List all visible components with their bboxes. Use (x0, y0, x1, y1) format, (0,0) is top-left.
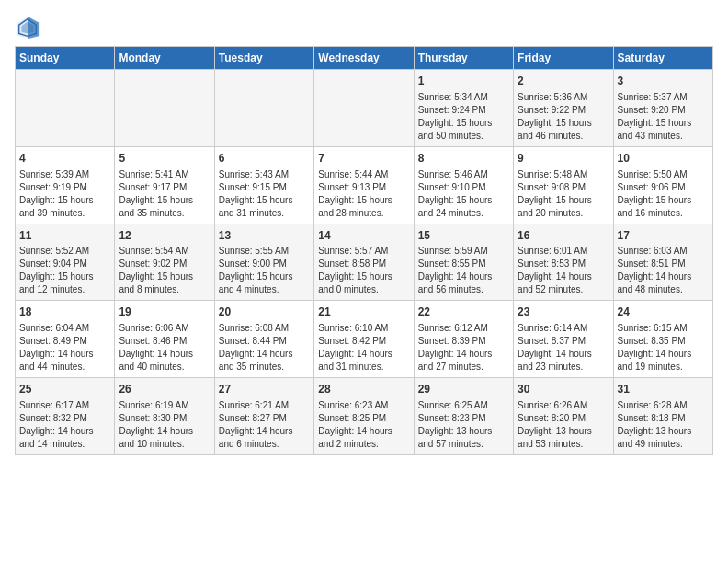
day-info: Sunrise: 5:46 AM (418, 168, 509, 181)
day-header-monday: Monday (115, 47, 214, 70)
day-info: Sunset: 8:37 PM (518, 335, 609, 348)
day-cell: 28Sunrise: 6:23 AMSunset: 8:25 PMDayligh… (314, 378, 414, 455)
day-info: Sunset: 9:15 PM (219, 181, 310, 194)
day-info: Daylight: 15 hours and 50 minutes. (418, 117, 509, 143)
day-info: Daylight: 14 hours and 44 minutes. (19, 348, 110, 373)
day-info: Daylight: 14 hours and 27 minutes. (418, 348, 509, 373)
day-info: Sunset: 8:53 PM (518, 258, 609, 270)
day-info: Sunrise: 6:03 AM (618, 245, 709, 258)
day-info: Sunset: 8:42 PM (318, 335, 409, 348)
day-info: Sunrise: 6:23 AM (318, 399, 409, 412)
day-info: Daylight: 14 hours and 6 minutes. (219, 425, 310, 451)
day-info: Daylight: 14 hours and 35 minutes. (219, 348, 310, 373)
day-info: Daylight: 13 hours and 57 minutes. (418, 425, 509, 451)
day-info: Sunrise: 6:15 AM (618, 322, 709, 335)
day-info: Sunrise: 6:08 AM (219, 322, 310, 335)
day-info: Sunset: 8:30 PM (119, 412, 210, 425)
day-header-saturday: Saturday (613, 47, 712, 70)
day-cell: 9Sunrise: 5:48 AMSunset: 9:08 PMDaylight… (514, 146, 613, 224)
day-info: Sunrise: 5:48 AM (518, 168, 609, 181)
day-cell: 20Sunrise: 6:08 AMSunset: 8:44 PMDayligh… (214, 301, 313, 378)
day-cell: 23Sunrise: 6:14 AMSunset: 8:37 PMDayligh… (514, 301, 613, 378)
week-row-3: 11Sunrise: 5:52 AMSunset: 9:04 PMDayligh… (16, 224, 713, 301)
day-number: 15 (418, 228, 509, 244)
day-cell: 24Sunrise: 6:15 AMSunset: 8:35 PMDayligh… (613, 301, 712, 378)
day-number: 27 (219, 382, 310, 397)
day-info: Sunrise: 6:04 AM (19, 322, 110, 335)
day-number: 6 (219, 151, 310, 167)
day-info: Sunrise: 5:50 AM (618, 168, 709, 181)
day-info: Sunrise: 5:59 AM (418, 245, 509, 258)
day-info: Sunrise: 6:19 AM (119, 399, 210, 412)
day-cell (115, 70, 214, 147)
day-cell: 18Sunrise: 6:04 AMSunset: 8:49 PMDayligh… (16, 301, 115, 378)
day-cell: 21Sunrise: 6:10 AMSunset: 8:42 PMDayligh… (314, 301, 414, 378)
day-info: Sunset: 8:32 PM (19, 412, 110, 425)
day-number: 20 (219, 304, 310, 320)
day-cell: 15Sunrise: 5:59 AMSunset: 8:55 PMDayligh… (414, 224, 513, 301)
day-number: 30 (518, 382, 609, 397)
day-header-thursday: Thursday (414, 47, 513, 70)
day-info: Sunrise: 6:25 AM (418, 399, 509, 412)
day-cell: 5Sunrise: 5:41 AMSunset: 9:17 PMDaylight… (115, 146, 214, 224)
day-number: 24 (618, 304, 709, 320)
day-info: Sunset: 9:24 PM (418, 104, 509, 117)
day-cell: 3Sunrise: 5:37 AMSunset: 9:20 PMDaylight… (613, 70, 712, 147)
day-number: 28 (318, 382, 409, 397)
day-header-tuesday: Tuesday (214, 47, 313, 70)
day-number: 23 (518, 304, 609, 320)
day-cell: 30Sunrise: 6:26 AMSunset: 8:20 PMDayligh… (514, 378, 613, 455)
day-info: Daylight: 14 hours and 48 minutes. (618, 270, 709, 296)
day-cell: 11Sunrise: 5:52 AMSunset: 9:04 PMDayligh… (16, 224, 115, 301)
day-info: Sunset: 8:23 PM (418, 412, 509, 425)
logo (15, 15, 44, 40)
day-info: Daylight: 15 hours and 20 minutes. (518, 194, 609, 220)
day-number: 8 (418, 151, 509, 167)
day-info: Sunrise: 5:43 AM (219, 168, 310, 181)
day-info: Sunset: 8:44 PM (219, 335, 310, 348)
day-cell: 29Sunrise: 6:25 AMSunset: 8:23 PMDayligh… (414, 378, 513, 455)
day-info: Sunrise: 5:37 AM (618, 91, 709, 104)
day-info: Sunset: 8:35 PM (618, 335, 709, 348)
day-header-sunday: Sunday (16, 47, 115, 70)
day-info: Daylight: 15 hours and 4 minutes. (219, 270, 310, 296)
day-info: Daylight: 14 hours and 2 minutes. (318, 425, 409, 451)
day-number: 11 (19, 228, 110, 244)
day-info: Sunset: 9:22 PM (518, 104, 609, 117)
day-cell: 31Sunrise: 6:28 AMSunset: 8:18 PMDayligh… (613, 378, 712, 455)
day-info: Sunrise: 6:01 AM (518, 245, 609, 258)
day-cell: 7Sunrise: 5:44 AMSunset: 9:13 PMDaylight… (314, 146, 414, 224)
day-number: 2 (518, 74, 609, 89)
day-info: Daylight: 15 hours and 35 minutes. (119, 194, 210, 220)
calendar-table: SundayMondayTuesdayWednesdayThursdayFrid… (15, 46, 713, 455)
day-number: 19 (119, 304, 210, 320)
day-info: Sunrise: 6:28 AM (618, 399, 709, 412)
day-number: 13 (219, 228, 310, 244)
day-number: 22 (418, 304, 509, 320)
day-info: Sunrise: 5:57 AM (318, 245, 409, 258)
day-cell: 2Sunrise: 5:36 AMSunset: 9:22 PMDaylight… (514, 70, 613, 147)
day-info: Sunrise: 5:39 AM (19, 168, 110, 181)
day-info: Sunset: 9:00 PM (219, 258, 310, 270)
day-number: 5 (119, 151, 210, 167)
day-info: Sunrise: 5:41 AM (119, 168, 210, 181)
day-info: Sunset: 8:18 PM (618, 412, 709, 425)
day-info: Sunset: 8:46 PM (119, 335, 210, 348)
day-number: 7 (318, 151, 409, 167)
day-info: Sunrise: 6:26 AM (518, 399, 609, 412)
day-number: 26 (119, 382, 210, 397)
day-cell: 19Sunrise: 6:06 AMSunset: 8:46 PMDayligh… (115, 301, 214, 378)
day-info: Sunset: 8:39 PM (418, 335, 509, 348)
day-info: Sunset: 8:27 PM (219, 412, 310, 425)
day-info: Sunrise: 6:14 AM (518, 322, 609, 335)
day-info: Sunrise: 6:06 AM (119, 322, 210, 335)
day-info: Daylight: 15 hours and 12 minutes. (19, 270, 110, 296)
day-info: Sunrise: 5:55 AM (219, 245, 310, 258)
day-number: 3 (618, 74, 709, 89)
day-cell: 25Sunrise: 6:17 AMSunset: 8:32 PMDayligh… (16, 378, 115, 455)
day-number: 17 (618, 228, 709, 244)
day-number: 21 (318, 304, 409, 320)
day-number: 29 (418, 382, 509, 397)
day-info: Daylight: 15 hours and 46 minutes. (518, 117, 609, 143)
logo-icon (15, 15, 40, 40)
